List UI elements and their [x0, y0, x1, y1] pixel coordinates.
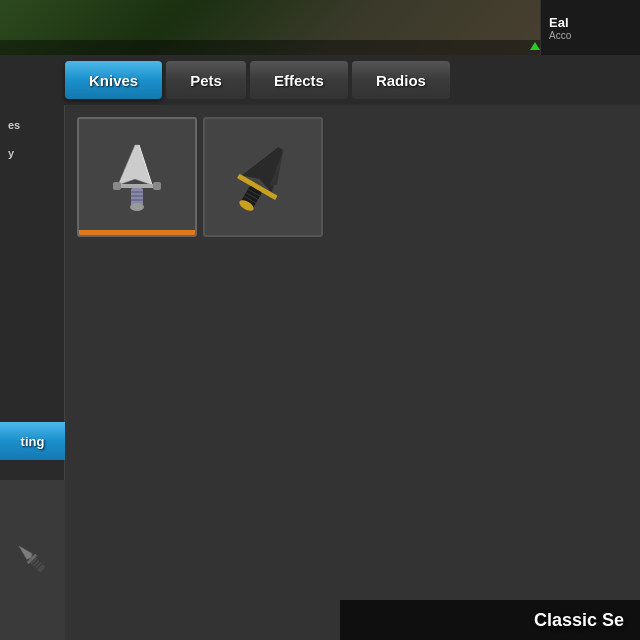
svg-point-15: [130, 203, 144, 211]
svg-rect-9: [113, 182, 121, 190]
left-sidebar: es y ting: [0, 105, 65, 640]
equip-button[interactable]: ting: [0, 422, 65, 460]
classic-se-label: Classic Se: [534, 610, 624, 631]
tab-knives[interactable]: Knives: [65, 61, 162, 99]
svg-marker-6: [118, 145, 152, 185]
tab-radios[interactable]: Radios: [352, 61, 450, 99]
items-grid: [65, 105, 640, 640]
sidebar-text-es: es: [6, 115, 22, 135]
sidebar-knife-icon: [8, 535, 58, 585]
knife-item-1[interactable]: [77, 117, 197, 237]
user-name: Eal: [549, 15, 640, 30]
sidebar-knife-preview: [0, 480, 65, 640]
sidebar-text-y: y: [6, 143, 16, 163]
main-content: es y ting: [0, 105, 640, 640]
user-panel: Eal Acco: [540, 0, 640, 55]
svg-rect-8: [117, 184, 157, 188]
svg-marker-16: [241, 138, 294, 194]
tab-pets[interactable]: Pets: [166, 61, 246, 99]
classic-knife-icon: [97, 137, 177, 217]
tab-effects[interactable]: Effects: [250, 61, 348, 99]
classic-label-bar: Classic Se: [340, 600, 640, 640]
game-scene: [0, 0, 580, 55]
svg-rect-10: [153, 182, 161, 190]
tab-navigation: tory Knives Pets Effects Radios: [0, 55, 640, 105]
user-subtitle: Acco: [549, 30, 640, 41]
bowie-knife-icon: [223, 137, 303, 217]
green-indicator: [530, 42, 540, 50]
knife-item-2[interactable]: [203, 117, 323, 237]
